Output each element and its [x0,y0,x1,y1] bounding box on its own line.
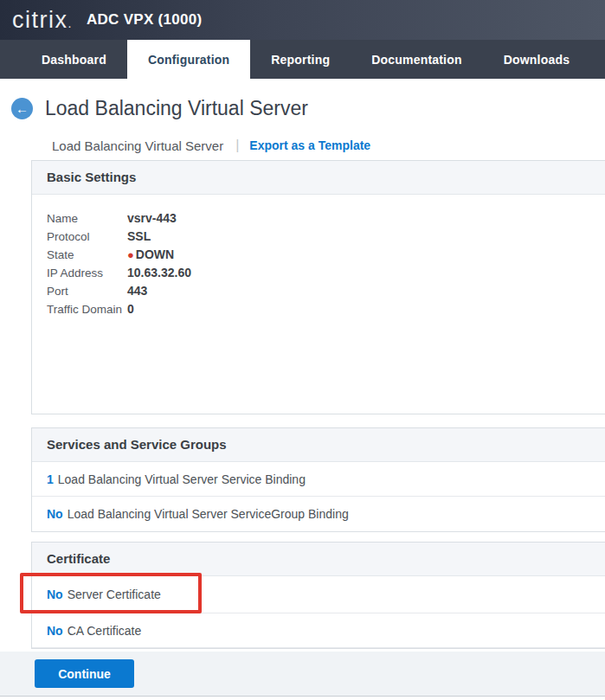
basic-settings-body: Name vsrv-443 Protocol SSL State ●DOWN I… [32,195,605,414]
breadcrumb-label: Load Balancing Virtual Server [52,138,223,153]
certificate-title: Certificate [47,551,110,566]
basic-settings-title: Basic Settings [47,170,136,184]
binding-count: No [47,507,63,521]
page-header: ← Load Balancing Virtual Server [11,97,605,119]
citrix-logo: citrix. [12,9,73,32]
certificate-header[interactable]: Certificate [32,543,605,576]
binding-text: Load Balancing Virtual Server ServiceGro… [68,507,349,521]
certificate-panel: Certificate No Server Certificate No CA … [31,542,605,649]
field-value: 0 [127,300,134,318]
field-value: ●DOWN [127,246,174,264]
binding-count: 1 [47,472,54,486]
footer-bar: Continue [0,652,605,697]
ca-certificate-row[interactable]: No CA Certificate [32,613,605,648]
field-label: Port [47,282,127,300]
binding-text: Server Certificate [68,588,161,601]
field-value: SSL [127,228,151,246]
field-ip-address: IP Address 10.63.32.60 [47,264,605,282]
nav-tab-downloads[interactable]: Downloads [483,40,590,79]
export-template-link[interactable]: Export as a Template [249,138,370,152]
basic-settings-panel: Basic Settings Name vsrv-443 Protocol SS… [31,160,605,414]
field-label: Name [47,209,127,228]
nav-tab-configuration[interactable]: Configuration [127,40,250,79]
status-text: DOWN [136,246,174,264]
services-panel: Services and Service Groups 1 Load Balan… [31,427,605,532]
field-protocol: Protocol SSL [47,228,605,246]
back-button[interactable]: ← [11,98,33,119]
field-value: vsrv-443 [127,209,177,228]
services-header[interactable]: Services and Service Groups [32,428,605,462]
nav-tab-reporting[interactable]: Reporting [250,40,351,79]
field-traffic-domain: Traffic Domain 0 [47,300,605,318]
field-label: Protocol [47,228,127,246]
server-certificate-row[interactable]: No Server Certificate [32,576,605,613]
binding-count: No [47,624,63,638]
nav-tab-documentation[interactable]: Documentation [351,40,483,79]
page-title: Load Balancing Virtual Server [45,97,308,120]
main-nav: Dashboard Configuration Reporting Docume… [0,40,605,79]
field-label: State [47,246,127,264]
breadcrumb: Load Balancing Virtual Server | Export a… [52,137,605,154]
field-port: Port 443 [47,282,605,300]
field-value: 10.63.32.60 [127,264,191,282]
services-title: Services and Service Groups [47,437,227,452]
service-binding-row[interactable]: 1 Load Balancing Virtual Server Service … [32,462,605,497]
nav-tab-dashboard[interactable]: Dashboard [21,40,127,79]
binding-count: No [47,588,63,601]
back-arrow-icon: ← [16,102,29,115]
field-name: Name vsrv-443 [47,209,605,228]
top-bar: citrix. ADC VPX (1000) [0,0,605,40]
field-state: State ●DOWN [47,246,605,264]
app-title: ADC VPX (1000) [87,11,203,29]
basic-settings-header[interactable]: Basic Settings [32,161,605,195]
servicegroup-binding-row[interactable]: No Load Balancing Virtual Server Service… [32,497,605,531]
status-down-icon: ● [127,249,134,260]
field-value: 443 [127,282,147,300]
logo-dot: . [68,16,73,30]
continue-button[interactable]: Continue [35,659,134,688]
field-label: IP Address [47,264,127,282]
field-label: Traffic Domain [47,300,127,318]
breadcrumb-divider: | [235,138,239,153]
binding-text: CA Certificate [68,624,142,638]
binding-text: Load Balancing Virtual Server Service Bi… [58,472,306,486]
